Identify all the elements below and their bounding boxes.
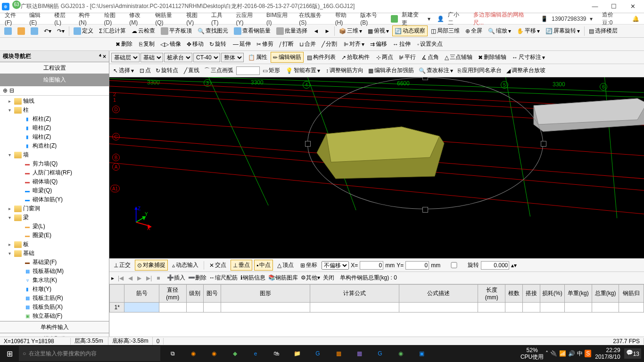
align-button[interactable]: ⊫对齐▾ [341, 39, 367, 49]
extend-button[interactable]: —延伸 [231, 39, 253, 49]
menu-edit[interactable]: 编辑(E) [26, 10, 50, 27]
break-button[interactable]: ⧸打断 [277, 39, 296, 49]
member-list-button[interactable]: ▤构件列表 [305, 52, 338, 63]
delete-rebar-button[interactable]: ➖删除 [188, 274, 206, 282]
col-level[interactable]: 级别 [186, 285, 204, 303]
move-button[interactable]: ✥移动 [184, 39, 206, 49]
trim-button[interactable]: ✂修剪 [254, 39, 276, 49]
offset-button[interactable]: ⇉偏移 [368, 39, 389, 49]
tree-axis[interactable]: 轴线 [23, 97, 34, 105]
col-totalw[interactable]: 总重(kg) [592, 285, 619, 303]
sum-button[interactable]: Σ 汇总计算 [97, 25, 128, 36]
menu-member[interactable]: 构件(N) [76, 10, 100, 27]
tree-fbfj[interactable]: 筏板负筋(X) [33, 303, 63, 311]
floor-select[interactable]: 基础层 [111, 53, 140, 62]
rotate-spinner[interactable]: ▴▾ [511, 262, 517, 269]
store-icon[interactable]: 🛍 [266, 345, 287, 362]
save-icon[interactable] [28, 26, 41, 36]
draw-value-input[interactable] [236, 66, 260, 75]
orbit-ring[interactable] [307, 77, 543, 209]
col-lap[interactable]: 搭接 [522, 285, 540, 303]
member-tree[interactable]: ▸轴线 ▾柱 ▮框柱(Z) ▮暗柱(Z) ▮端柱(Z) ▮构造柱(Z) ▾墙 ▬… [0, 96, 109, 321]
tray-vol-icon[interactable]: 🔊 [568, 350, 575, 357]
props-button[interactable]: 📋属性 [246, 52, 270, 63]
tree-jcl[interactable]: 基础梁(F) [33, 258, 57, 266]
subtype-select[interactable]: 桩承台 [164, 53, 192, 62]
fullscreen-button[interactable]: ⊕全屏 [463, 25, 485, 36]
dim-button[interactable]: ↔尺寸标注▾ [510, 52, 547, 63]
line-button[interactable]: ╱直线 [182, 66, 201, 75]
apex-button[interactable]: △顶点 [275, 260, 296, 271]
tree-slab[interactable]: 板 [23, 240, 29, 248]
app-2[interactable]: ◉ [204, 345, 224, 362]
app-1[interactable]: ◉ [183, 345, 204, 362]
cpu-meter[interactable]: 52%CPU使用 [520, 347, 544, 361]
tree-qtq[interactable]: 砌体墙(Q) [33, 178, 58, 186]
inter-button[interactable]: ✕交点 [207, 260, 229, 271]
tree-liang[interactable]: 梁(L) [33, 222, 45, 230]
copy-button[interactable]: ⎘复制 [137, 39, 157, 49]
phone-number[interactable]: 📱13907298339 ▾ [538, 14, 595, 24]
merge-button[interactable]: ⊔合并 [297, 39, 318, 49]
col-unitw[interactable]: 单重(kg) [565, 285, 592, 303]
tree-gzz[interactable]: 构造柱(Z) [33, 142, 57, 150]
menu-floor[interactable]: 楼层(L) [51, 10, 75, 27]
app-blue[interactable]: ▣ [411, 345, 432, 362]
edit-strong-button[interactable]: ▦编辑承台加强筋 [366, 66, 416, 75]
tree-fbzj[interactable]: 筏板主筋(R) [33, 294, 63, 302]
tree-foundation[interactable]: 基础 [23, 249, 34, 257]
toggle-icon[interactable]: ▸ [111, 275, 114, 281]
del-aux-button[interactable]: ✖删除辅轴 [476, 52, 509, 63]
app-orange[interactable]: ▦ [328, 345, 349, 362]
perp-button[interactable]: ⊥垂点 [231, 260, 252, 271]
col-cat[interactable]: 钢筋归 [619, 285, 644, 303]
edge-icon[interactable]: ｅ [245, 345, 266, 362]
prev-button[interactable]: ◀ [127, 275, 133, 281]
menu-online[interactable]: 在线服务(S) [296, 10, 331, 27]
apply-same-button[interactable]: ⎘应用到同名承台 [456, 66, 504, 75]
stop-button[interactable]: ■ [156, 275, 161, 281]
taskview-icon[interactable]: ⧉ [162, 345, 183, 362]
rotate-checkbox[interactable] [442, 262, 466, 268]
bell-icon[interactable]: 🔔 [629, 15, 642, 23]
delete-button[interactable]: ✖删除 [113, 39, 135, 49]
menu-file[interactable]: 文件(F) [2, 10, 25, 27]
dyn-input-button[interactable]: ▵动态输入 [170, 260, 201, 271]
point-button[interactable]: ⊡点 [138, 66, 153, 75]
split-button[interactable]: ╱分割 [319, 39, 339, 49]
orbit-handle-top[interactable] [422, 77, 428, 80]
undo-icon[interactable]: ↶▾ [41, 26, 54, 36]
col-len[interactable]: 长度(mm) [478, 285, 505, 303]
parallel-button[interactable]: ⊯平行 [396, 52, 418, 63]
first-button[interactable]: |◀ [117, 275, 124, 281]
set-point-button[interactable]: ◦设置夹点 [415, 39, 445, 49]
edit-rebar-button[interactable]: ✏编辑钢筋 [271, 52, 304, 63]
topview-button[interactable]: ▦俯视▾ [365, 25, 391, 36]
tray-sogou-icon[interactable]: S [585, 350, 591, 357]
display-select[interactable]: 整体 [221, 53, 244, 62]
tray-net-icon[interactable]: 📶 [559, 350, 566, 357]
select-mode-button[interactable]: ↖选择▾ [111, 66, 136, 75]
three-pt-button[interactable]: △三点辅轴 [442, 52, 475, 63]
tree-dz[interactable]: 端柱(Z) [33, 133, 51, 141]
col-dia[interactable]: 直径(mm) [159, 285, 186, 303]
col-formula[interactable]: 计算公式 [310, 285, 399, 303]
update-badge[interactable]: 63 [12, 0, 21, 9]
tree-wall[interactable]: 墙 [23, 151, 29, 159]
stretch-button[interactable]: ↔拉伸 [390, 39, 413, 49]
rotate-input[interactable] [481, 261, 509, 270]
next-icon[interactable]: ► [322, 26, 332, 36]
arc3-button[interactable]: ⌒三点画弧 [202, 66, 235, 75]
tree-opening[interactable]: 门窗洞 [23, 205, 40, 213]
table-row[interactable]: 1* [110, 303, 644, 313]
prev-icon[interactable]: ◄ [311, 26, 321, 36]
open-icon[interactable] [15, 26, 27, 36]
screen-rotate-button[interactable]: 🔄屏幕旋转▾ [543, 25, 582, 36]
orbit-handle-right[interactable] [541, 141, 546, 147]
check-ann-button[interactable]: 🔍查改标注▾ [417, 66, 455, 75]
ortho-button[interactable]: ⊥正交 [111, 260, 133, 271]
col-desc[interactable]: 公式描述 [399, 285, 478, 303]
menu-version[interactable]: 版本号(B) [357, 10, 387, 27]
rect-button[interactable]: ▭矩形 [261, 66, 282, 75]
pt-angle-button[interactable]: ∡点角 [419, 52, 441, 63]
